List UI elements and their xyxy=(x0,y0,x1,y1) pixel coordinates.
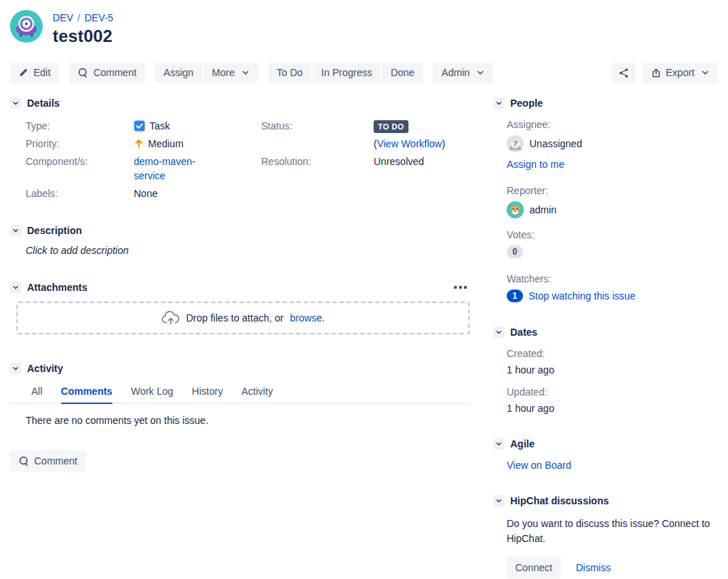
activity-section: Activity All Comments Work Log History A… xyxy=(10,363,470,426)
agile-section-title: Agile xyxy=(510,438,534,450)
attachments-collapse-icon[interactable] xyxy=(10,282,21,293)
dates-collapse-icon[interactable] xyxy=(493,326,505,338)
hipchat-collapse-icon[interactable] xyxy=(493,495,505,506)
activity-section-title: Activity xyxy=(27,363,63,374)
view-on-board-link[interactable]: View on Board xyxy=(507,460,571,471)
created-label: Created: xyxy=(507,348,721,359)
resolution-value: Unresolved xyxy=(374,154,424,169)
tab-work-log[interactable]: Work Log xyxy=(131,386,174,404)
hipchat-section: HipChat discussions Do you want to discu… xyxy=(493,495,721,578)
comment-button-label: Comment xyxy=(93,67,137,78)
breadcrumb-separator: / xyxy=(78,12,80,23)
share-icon xyxy=(618,68,629,78)
resolution-field: Resolution: Unresolved xyxy=(261,154,445,169)
labels-label: Labels: xyxy=(26,186,134,201)
labels-field: Labels: None xyxy=(26,186,261,201)
status-field: Status: TO DO (View Workflow) xyxy=(261,119,445,151)
activity-collapse-icon[interactable] xyxy=(10,363,21,374)
comment-bubble-icon xyxy=(19,456,29,467)
export-button-label: Export xyxy=(666,67,695,78)
assign-button-label: Assign xyxy=(164,67,194,78)
in-progress-button-label: In Progress xyxy=(321,67,372,78)
view-workflow: (View Workflow) xyxy=(374,137,445,151)
issue-header: DEV/DEV-5 test002 xyxy=(10,10,718,46)
people-section-title: People xyxy=(510,97,543,109)
project-avatar[interactable] xyxy=(10,10,43,43)
browse-link[interactable]: browse. xyxy=(290,312,325,324)
assign-button[interactable]: Assign xyxy=(155,62,202,83)
votes-badge[interactable]: 0 xyxy=(507,245,523,258)
dates-section: Dates Created: 1 hour ago Updated: 1 hou… xyxy=(493,326,721,414)
attachments-section-title: Attachments xyxy=(27,282,88,293)
details-collapse-icon[interactable] xyxy=(10,97,21,109)
labels-value: None xyxy=(134,186,157,201)
no-comments-message: There are no comments yet on this issue. xyxy=(10,415,470,426)
dropzone-text: Drop files to attach, or xyxy=(186,312,284,324)
header-text: DEV/DEV-5 test002 xyxy=(53,10,113,46)
tab-comments[interactable]: Comments xyxy=(61,386,112,404)
people-collapse-icon[interactable] xyxy=(493,97,505,109)
assignee-row: ? Unassigned xyxy=(507,135,721,152)
people-section: People Assignee: ? Unassigned xyxy=(493,97,721,302)
done-button-label: Done xyxy=(391,67,414,78)
resolution-label: Resolution: xyxy=(261,154,374,169)
dates-section-title: Dates xyxy=(510,326,537,338)
issue-sidebar: People Assignee: ? Unassigned xyxy=(493,97,721,579)
stop-watching-link[interactable]: Stop watching this issue xyxy=(529,290,635,302)
view-workflow-link[interactable]: View Workflow xyxy=(377,138,442,149)
agile-collapse-icon[interactable] xyxy=(493,438,505,450)
description-placeholder[interactable]: Click to add description xyxy=(10,245,470,256)
done-transition-button[interactable]: Done xyxy=(382,62,423,83)
issue-main-column: Details Type: Task Priority: xyxy=(10,97,470,472)
comment-button[interactable]: Comment xyxy=(69,62,145,83)
breadcrumb-project-link[interactable]: DEV xyxy=(53,12,73,23)
hipchat-connect-button[interactable]: Connect xyxy=(507,557,561,578)
activity-tabs: All Comments Work Log History Activity xyxy=(10,386,470,404)
tab-all[interactable]: All xyxy=(31,386,43,404)
unassigned-avatar: ? xyxy=(507,135,524,152)
pencil-icon xyxy=(19,68,28,78)
workflow-paren-close: ) xyxy=(442,138,445,149)
admin-avatar xyxy=(507,201,524,218)
comment-button-bottom-label: Comment xyxy=(34,455,78,467)
admin-button[interactable]: Admin xyxy=(433,62,493,83)
cloud-upload-icon xyxy=(162,310,180,326)
priority-value: Medium xyxy=(148,137,184,151)
component-link[interactable]: demo-maven-service xyxy=(134,154,219,183)
details-section: Details Type: Task Priority: xyxy=(10,97,470,201)
todo-transition-button[interactable]: To Do xyxy=(268,62,312,83)
connect-button-label: Connect xyxy=(515,562,552,573)
chevron-down-icon xyxy=(701,68,709,77)
more-button[interactable]: More xyxy=(204,62,258,83)
tab-activity[interactable]: Activity xyxy=(241,386,273,404)
attachments-dropzone[interactable]: Drop files to attach, or browse. xyxy=(16,302,470,334)
hipchat-dismiss-link[interactable]: Dismiss xyxy=(576,562,611,573)
type-value: Task xyxy=(149,119,170,133)
assignee-label: Assignee: xyxy=(507,119,721,130)
comment-button-bottom[interactable]: Comment xyxy=(10,450,86,472)
comment-bubble-icon xyxy=(78,68,88,78)
description-collapse-icon[interactable] xyxy=(10,225,21,236)
issue-page: DEV/DEV-5 test002 Edit Comment Assign Mo… xyxy=(0,0,728,579)
watchers-row: 1 Stop watching this issue xyxy=(507,290,721,302)
reporter-label: Reporter: xyxy=(507,185,721,196)
assign-to-me-link[interactable]: Assign to me xyxy=(507,159,564,170)
task-type-icon xyxy=(134,120,145,132)
attachments-menu-icon[interactable] xyxy=(451,283,470,292)
updated-label: Updated: xyxy=(507,386,721,398)
assign-more-group: Assign More xyxy=(155,62,258,83)
watchers-badge[interactable]: 1 xyxy=(507,290,523,302)
export-button[interactable]: Export xyxy=(643,62,718,83)
tab-history[interactable]: History xyxy=(192,386,223,404)
breadcrumb-issue-link[interactable]: DEV-5 xyxy=(85,12,113,23)
component-field: Component/s: demo-maven-service xyxy=(26,154,261,183)
priority-label: Priority: xyxy=(26,137,134,151)
reporter-row: admin xyxy=(507,201,721,218)
edit-button[interactable]: Edit xyxy=(10,62,59,83)
created-value: 1 hour ago xyxy=(507,364,721,376)
status-badge: TO DO xyxy=(374,120,408,133)
share-button[interactable] xyxy=(612,62,635,83)
reporter-value: admin xyxy=(529,201,556,218)
in-progress-transition-button[interactable]: In Progress xyxy=(312,62,381,83)
attachments-section: Attachments Drop files to attach, or bro… xyxy=(10,282,470,334)
